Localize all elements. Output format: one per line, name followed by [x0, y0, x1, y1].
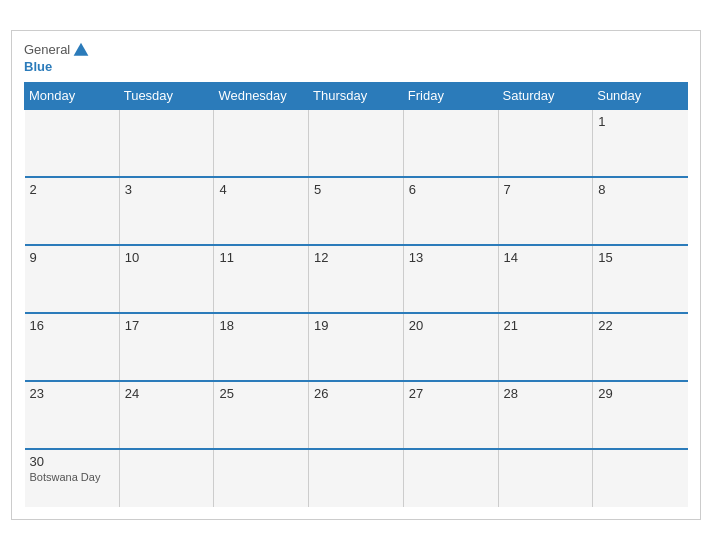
- day-number: 12: [314, 250, 398, 265]
- day-number: 2: [30, 182, 114, 197]
- week-row-1: 2345678: [25, 177, 688, 245]
- calendar-cell-2-4: 13: [403, 245, 498, 313]
- day-number: 10: [125, 250, 209, 265]
- calendar-cell-5-5: [498, 449, 593, 507]
- day-number: 3: [125, 182, 209, 197]
- day-number: 29: [598, 386, 682, 401]
- calendar-cell-4-5: 28: [498, 381, 593, 449]
- calendar-cell-2-2: 11: [214, 245, 309, 313]
- week-row-5: 30Botswana Day: [25, 449, 688, 507]
- calendar-cell-3-0: 16: [25, 313, 120, 381]
- calendar-cell-1-4: 6: [403, 177, 498, 245]
- day-number: 9: [30, 250, 114, 265]
- weekday-header-row: MondayTuesdayWednesdayThursdayFridaySatu…: [25, 83, 688, 110]
- day-number: 11: [219, 250, 303, 265]
- calendar-cell-0-5: [498, 109, 593, 177]
- calendar-cell-5-3: [309, 449, 404, 507]
- day-number: 4: [219, 182, 303, 197]
- day-number: 21: [504, 318, 588, 333]
- calendar-cell-0-1: [119, 109, 214, 177]
- day-number: 15: [598, 250, 682, 265]
- day-number: 16: [30, 318, 114, 333]
- weekday-header-monday: Monday: [25, 83, 120, 110]
- calendar-cell-3-5: 21: [498, 313, 593, 381]
- day-number: 1: [598, 114, 682, 129]
- day-number: 27: [409, 386, 493, 401]
- calendar-cell-5-6: [593, 449, 688, 507]
- day-number: 28: [504, 386, 588, 401]
- svg-marker-0: [74, 42, 89, 55]
- week-row-3: 16171819202122: [25, 313, 688, 381]
- calendar-cell-4-2: 25: [214, 381, 309, 449]
- calendar-cell-1-1: 3: [119, 177, 214, 245]
- calendar-cell-4-1: 24: [119, 381, 214, 449]
- day-number: 19: [314, 318, 398, 333]
- calendar-cell-3-4: 20: [403, 313, 498, 381]
- weekday-header-saturday: Saturday: [498, 83, 593, 110]
- day-number: 8: [598, 182, 682, 197]
- calendar-cell-1-3: 5: [309, 177, 404, 245]
- weekday-header-thursday: Thursday: [309, 83, 404, 110]
- calendar-cell-0-3: [309, 109, 404, 177]
- calendar-cell-2-0: 9: [25, 245, 120, 313]
- day-number: 5: [314, 182, 398, 197]
- calendar-cell-3-1: 17: [119, 313, 214, 381]
- calendar-cell-0-2: [214, 109, 309, 177]
- calendar-cell-2-3: 12: [309, 245, 404, 313]
- calendar-cell-4-3: 26: [309, 381, 404, 449]
- day-number: 30: [30, 454, 114, 469]
- calendar-cell-3-3: 19: [309, 313, 404, 381]
- day-number: 23: [30, 386, 114, 401]
- calendar-cell-5-1: [119, 449, 214, 507]
- calendar-cell-0-4: [403, 109, 498, 177]
- calendar-cell-1-0: 2: [25, 177, 120, 245]
- week-row-0: 1: [25, 109, 688, 177]
- calendar-cell-4-4: 27: [403, 381, 498, 449]
- week-row-2: 9101112131415: [25, 245, 688, 313]
- calendar-cell-3-6: 22: [593, 313, 688, 381]
- calendar-cell-5-4: [403, 449, 498, 507]
- calendar-cell-1-6: 8: [593, 177, 688, 245]
- day-number: 18: [219, 318, 303, 333]
- calendar-container: General Blue MondayTuesdayWednesdayThurs…: [11, 30, 701, 521]
- calendar-cell-2-6: 15: [593, 245, 688, 313]
- calendar-cell-2-5: 14: [498, 245, 593, 313]
- calendar-cell-3-2: 18: [214, 313, 309, 381]
- calendar-cell-2-1: 10: [119, 245, 214, 313]
- day-number: 22: [598, 318, 682, 333]
- week-row-4: 23242526272829: [25, 381, 688, 449]
- logo: General Blue: [24, 41, 90, 75]
- calendar-cell-4-0: 23: [25, 381, 120, 449]
- weekday-header-wednesday: Wednesday: [214, 83, 309, 110]
- calendar-cell-5-0: 30Botswana Day: [25, 449, 120, 507]
- calendar-table: MondayTuesdayWednesdayThursdayFridaySatu…: [24, 82, 688, 507]
- day-number: 6: [409, 182, 493, 197]
- weekday-header-tuesday: Tuesday: [119, 83, 214, 110]
- logo-icon: [72, 41, 90, 59]
- day-number: 24: [125, 386, 209, 401]
- holiday-label: Botswana Day: [30, 471, 114, 483]
- logo-blue-text: Blue: [24, 59, 52, 75]
- day-number: 7: [504, 182, 588, 197]
- day-number: 13: [409, 250, 493, 265]
- day-number: 14: [504, 250, 588, 265]
- calendar-cell-1-5: 7: [498, 177, 593, 245]
- day-number: 25: [219, 386, 303, 401]
- calendar-cell-0-0: [25, 109, 120, 177]
- calendar-cell-4-6: 29: [593, 381, 688, 449]
- weekday-header-friday: Friday: [403, 83, 498, 110]
- calendar-cell-5-2: [214, 449, 309, 507]
- weekday-header-sunday: Sunday: [593, 83, 688, 110]
- calendar-cell-0-6: 1: [593, 109, 688, 177]
- day-number: 20: [409, 318, 493, 333]
- day-number: 17: [125, 318, 209, 333]
- day-number: 26: [314, 386, 398, 401]
- calendar-header: General Blue: [24, 41, 688, 75]
- calendar-cell-1-2: 4: [214, 177, 309, 245]
- logo-general-text: General: [24, 42, 70, 58]
